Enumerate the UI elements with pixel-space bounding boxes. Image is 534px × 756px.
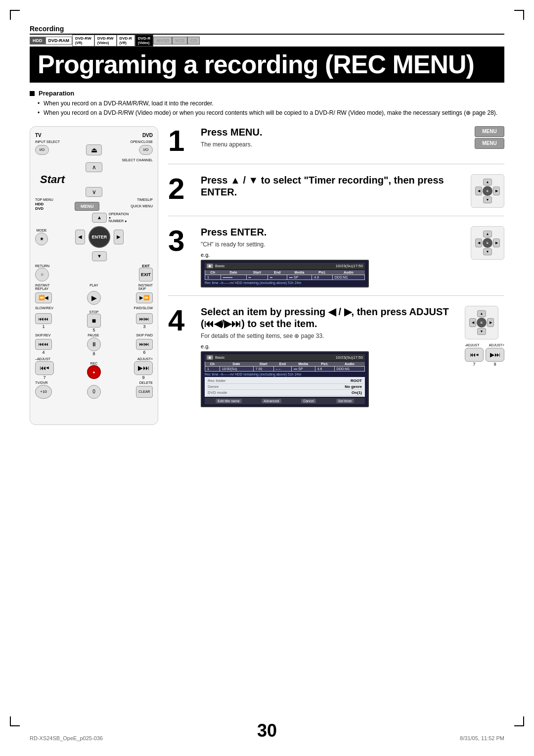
prep-item-2: When you record on a DVD-R/RW (Video mod… <box>38 108 504 118</box>
ch-up-btn[interactable]: ∧ <box>86 162 102 172</box>
mini-dpad-up: ▲ <box>483 179 492 186</box>
screen3-basic: Basic <box>215 264 225 268</box>
step-1-text: Press MENU. The menu appears. <box>201 126 469 152</box>
adjust-plus-label4: ADJUST+ <box>489 343 504 347</box>
step-4-screen-header-left: ⏺ Basic <box>207 355 225 360</box>
step-1-inner: Press MENU. The menu appears. MENU MENU <box>201 126 504 152</box>
col-end: End <box>268 270 287 275</box>
badge-dvdr-vid: DVD-R(Video) <box>135 35 153 47</box>
step-4-screen: ⏺ Basic 10/23(Su)17:50 Ch <box>201 351 369 407</box>
badge-cd: CD <box>187 37 200 45</box>
footer-right: 8/31/05, 11:52 PM <box>460 735 504 741</box>
prep-item-1: When you record on a DVD-RAM/R/RW, load … <box>38 99 504 108</box>
col4-media: Media <box>292 362 315 367</box>
return-btn[interactable]: ○ <box>35 268 49 282</box>
open-close-btn[interactable]: ⏏ <box>86 144 102 155</box>
action-edit-title[interactable]: Edit title name <box>216 399 241 403</box>
rec-icon: ⏺ <box>207 264 213 268</box>
step-2: 2 Press ▲ / ▼ to select "Timer recording… <box>168 174 504 216</box>
select-channel-label: SELECT CHANNEL <box>35 158 153 162</box>
corner-mark-tr <box>514 10 524 20</box>
main-content: TV DVD INPUT SELECT OPEN/CLOSE I/O ⏏ I/O <box>30 126 504 425</box>
cell4-ch: 1 <box>205 366 220 371</box>
cell4-audio: DDD:M1 <box>334 366 364 371</box>
stop-btn[interactable]: ■ <box>87 314 101 328</box>
mode-btn[interactable]: ★ <box>35 233 48 245</box>
mode-label: MODE <box>37 229 47 232</box>
cell-start: •• <box>246 275 268 280</box>
cell4-end: – – <box>273 366 291 371</box>
action-cancel[interactable]: Cancel <box>301 399 316 403</box>
exit-label: EXIT <box>139 264 153 268</box>
step-4-screen-options: Rec folder ROOT Genre No genre DVD mode <box>205 377 365 397</box>
option-genre: Genre No genre <box>207 384 363 390</box>
screen4-basic: Basic <box>215 355 225 360</box>
skip-fwd-btn[interactable]: ⏭⏭ <box>136 339 153 350</box>
step-4-image: ▲ ◀ E ▶ ▼ <box>465 306 504 367</box>
mini-dpad-down: ▼ <box>483 196 492 203</box>
badge-dvdr-vr: DVD-R(VR) <box>117 35 135 47</box>
instant-skip-btn[interactable]: ▶⏩ <box>136 292 153 303</box>
col-ch: Ch <box>205 270 221 275</box>
step-1-image: MENU MENU <box>475 126 504 149</box>
genre-label: Genre <box>208 384 219 389</box>
action-advanced[interactable]: Advanced <box>262 399 281 403</box>
play-btn[interactable]: ▶ <box>87 291 101 305</box>
adjust-minus-label: –ADJUST <box>35 357 50 361</box>
skip-rev-btn[interactable]: ⏮⏮ <box>35 339 52 350</box>
step-3-content: Press ENTER. "CH" is ready for setting. … <box>201 226 504 287</box>
step-2-text: Press ▲ / ▼ to select "Timer recording",… <box>201 174 465 201</box>
cell4-date: 10/30(Su) <box>220 366 253 371</box>
badge-dvdrw-vid: DVD-RW(Video) <box>94 35 117 47</box>
enter-btn[interactable]: ENTER <box>89 226 110 248</box>
cell-ch: 1 <box>205 275 221 280</box>
rec-folder-value: ROOT <box>351 378 362 383</box>
step4-adjust-plus-btn[interactable]: ▶⏭ <box>486 348 504 362</box>
fwd-slow-label: FWD/SLOW <box>134 306 153 310</box>
instant-skip-label: INSTANTSKIP <box>138 284 153 290</box>
rec-btn[interactable]: ● <box>87 365 101 379</box>
timeslip-label: TIMESLIP <box>137 198 153 201</box>
pause-btn[interactable]: ⏸ <box>87 337 101 351</box>
clear-btn[interactable]: CLEAR <box>136 386 153 398</box>
step-4-inner: Select an item by pressing ◀ / ▶, then p… <box>201 306 504 407</box>
dpad-up-btn[interactable]: ▲ <box>92 213 107 223</box>
adjust-minus-btn[interactable]: ⏮◀ <box>35 361 54 375</box>
fwd-btn[interactable]: ⏭⏭ <box>136 313 153 324</box>
dpad-down-btn[interactable]: ▼ <box>92 251 107 261</box>
adjust-plus-btn[interactable]: ▶⏭ <box>134 361 153 375</box>
badge-hdd: HDD <box>30 37 45 45</box>
zero-btn[interactable]: 0 <box>87 385 101 399</box>
step-2-title: Press ▲ / ▼ to select "Timer recording",… <box>201 174 465 198</box>
play-label: PLAY <box>89 284 98 290</box>
instant-replay-btn[interactable]: ⏪◀ <box>35 292 52 303</box>
exit-btn[interactable]: EXIT <box>139 268 153 282</box>
return-label: RETURN <box>35 264 49 268</box>
instant-replay-label: INSTANTREPLAY <box>35 284 49 290</box>
step-3-image: ▲ ◀ E ▶ ▼ <box>471 226 504 260</box>
menu-btn[interactable]: MENU <box>75 202 99 211</box>
rew-btn[interactable]: ⏮⏮ <box>35 313 52 324</box>
step4-adjust-minus-btn[interactable]: ⏮◀ <box>465 348 484 362</box>
recording-section: Recording HDD DVD-RAM DVD-RW(VR) DVD-RW(… <box>30 25 504 47</box>
dpad-right-btn[interactable]: ▶ <box>114 230 124 244</box>
step-3-screen-footer: Rec time –h——m/ HDD remaining (excluding… <box>205 281 365 284</box>
cell-audio: DDD:M1 <box>332 275 364 280</box>
step-1-desc: The menu appears. <box>201 141 469 148</box>
adjust-minus-label4: -ADJUST <box>465 343 480 347</box>
prep-square-icon <box>30 91 35 96</box>
rec-icon4: ⏺ <box>207 355 213 360</box>
preparation-section: Preparation When you record on a DVD-RAM… <box>30 90 504 118</box>
col4-start: Start <box>253 362 273 367</box>
cell4-pict: 4.6 <box>315 366 334 371</box>
tv-input-select-btn[interactable]: I/O <box>35 145 49 155</box>
ch-down-btn[interactable]: ∨ <box>86 187 102 197</box>
dvd-input-select-btn[interactable]: I/O <box>139 145 153 155</box>
dpad-left-btn[interactable]: ◀ <box>75 230 85 244</box>
col-media: Media <box>287 270 312 275</box>
action-set-timer[interactable]: Set timer <box>336 399 354 403</box>
tv-dvr-btn[interactable]: +10 <box>35 385 52 399</box>
screen4-header-row: Ch Date Start End Media Pict. Audio <box>205 362 365 367</box>
step-1-content: Press MENU. The menu appears. MENU MENU <box>201 126 504 152</box>
col-start: Start <box>246 270 268 275</box>
